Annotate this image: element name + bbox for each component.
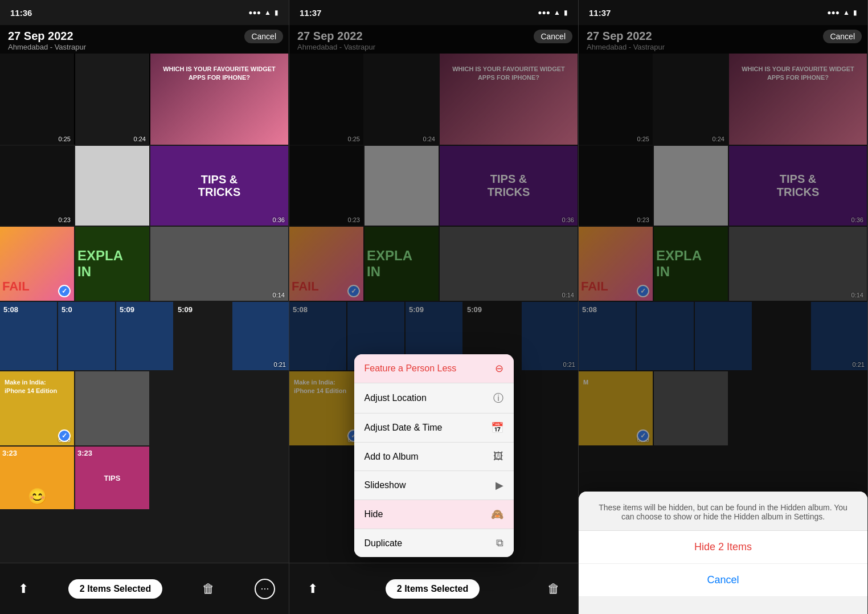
- cancel-button-2[interactable]: Cancel: [534, 30, 572, 43]
- grid-cell[interactable]: 5:09: [116, 302, 173, 370]
- bottom-toolbar-1: ⬆ 2 Items Selected 🗑 ···: [0, 563, 289, 614]
- photo-grid-1: 27 Sep 2022 Ahmedabad - Vastrapur Cancel…: [0, 25, 289, 614]
- status-icons-3: ●●● ▲ ▮: [827, 9, 857, 17]
- grid-row-3: FAIL EXPLAIN 0:14: [0, 227, 289, 301]
- context-menu: Feature a Person Less ⊖ Adjust Location …: [354, 354, 514, 557]
- wifi-icon-2: ▲: [554, 9, 560, 17]
- wifi-icon: ▲: [264, 9, 271, 17]
- grid-cell[interactable]: 5:0: [58, 302, 115, 370]
- grid-cell[interactable]: 0:25: [0, 54, 74, 145]
- battery-icon-3: ▮: [853, 9, 857, 17]
- grid-cell[interactable]: [75, 371, 149, 445]
- status-bar-1: 11:36 ●●● ▲ ▮: [0, 0, 289, 25]
- menu-item-slideshow[interactable]: Slideshow ▶: [354, 471, 514, 500]
- menu-item-icon-eye: 🙈: [491, 508, 503, 521]
- cell-duration: 0:25: [59, 136, 71, 142]
- grid-cell[interactable]: WHICH IS YOUR FAVOURITE WIDGET APPS FOR …: [150, 54, 288, 145]
- cell-text-emoji: 😊: [2, 487, 72, 506]
- grid-cell[interactable]: EXPLAIN: [75, 227, 149, 301]
- signal-icon: ●●●: [248, 9, 261, 17]
- menu-item-adjust-date[interactable]: Adjust Date & Time 📅: [354, 414, 514, 443]
- action-sheet: These items will be hidden, but can be f…: [579, 492, 867, 614]
- delete-button-2[interactable]: 🗑: [543, 577, 564, 601]
- grid-cell[interactable]: [150, 371, 288, 445]
- panel-2: 11:37 ●●● ▲ ▮ 27 Sep 2022 Ahmedabad - Va…: [289, 0, 579, 614]
- grid-row-4: 5:08 5:0 5:09 5:09 0:21: [0, 302, 289, 370]
- menu-item-label: Feature a Person Less: [365, 363, 457, 374]
- selected-label-2: 2 Items Selected: [386, 579, 480, 599]
- share-button-1[interactable]: ⬆: [14, 577, 33, 601]
- cell-duration: 0:14: [273, 292, 285, 298]
- cell-text-widget: WHICH IS YOUR FAVOURITE WIDGET APPS FOR …: [157, 65, 281, 83]
- status-bar-3: 11:37 ●●● ▲ ▮: [579, 0, 867, 25]
- grid-row-2: 0:23 TIPS &TRICKS 0:36: [0, 146, 289, 226]
- cancel-button-3[interactable]: Cancel: [823, 30, 862, 43]
- duration-label: 5:08: [3, 305, 18, 314]
- cell-duration: 0:36: [273, 216, 285, 223]
- grid-cell[interactable]: FAIL: [0, 227, 74, 301]
- status-bar-2: 11:37 ●●● ▲ ▮: [289, 0, 578, 25]
- menu-item-icon-duplicate: ⧉: [496, 537, 503, 549]
- cell-text-tips2: TIPS: [104, 474, 121, 482]
- duration-label: 3:23: [2, 449, 17, 457]
- grid-cell[interactable]: Make in India:iPhone 14 Edition 0:19: [0, 371, 74, 445]
- grid-cell[interactable]: 0:23: [0, 146, 74, 226]
- menu-item-label: Duplicate: [365, 538, 403, 548]
- status-time-2: 11:37: [300, 8, 321, 18]
- menu-item-duplicate[interactable]: Duplicate ⧉: [354, 529, 514, 557]
- grid-cell[interactable]: 0:21: [232, 302, 289, 370]
- menu-item-label: Slideshow: [365, 480, 406, 490]
- grid-cell[interactable]: 😊 3:23: [0, 447, 74, 509]
- more-button-1[interactable]: ···: [255, 579, 275, 599]
- grid-cell[interactable]: 0:24: [75, 54, 149, 145]
- menu-item-label: Adjust Date & Time: [365, 423, 443, 433]
- cell-duration: 0:21: [274, 361, 286, 368]
- hide-items-button[interactable]: Hide 2 Items: [579, 531, 867, 564]
- bottom-spacer: [579, 597, 867, 614]
- share-button-2[interactable]: ⬆: [303, 577, 322, 601]
- menu-item-label: Adjust Location: [365, 393, 427, 403]
- bottom-toolbar-2: ⬆ 2 Items Selected 🗑: [289, 563, 578, 614]
- action-cancel-button[interactable]: Cancel: [579, 564, 867, 597]
- menu-item-icon-album: 🖼: [493, 451, 503, 462]
- grid-cell[interactable]: [75, 146, 149, 226]
- check-circle: [58, 429, 71, 442]
- cell-text-tips: TIPS &TRICKS: [198, 173, 240, 198]
- cell-text-fail: FAIL: [2, 279, 30, 294]
- battery-icon-2: ▮: [564, 9, 568, 17]
- cancel-button-1[interactable]: Cancel: [244, 30, 283, 43]
- grid-cell[interactable]: TIPS 3:23: [75, 447, 149, 509]
- menu-item-icon-calendar: 📅: [491, 421, 503, 434]
- duration-label: 5:0: [62, 305, 72, 314]
- signal-icon-2: ●●●: [538, 9, 550, 17]
- panel-1: 11:36 ●●● ▲ ▮ 27 Sep 2022 Ahmedabad - Va…: [0, 0, 289, 614]
- grid-cell[interactable]: 0:14: [150, 227, 288, 301]
- check-circle: [58, 285, 71, 297]
- grid-cell[interactable]: [150, 447, 288, 509]
- menu-item-feature[interactable]: Feature a Person Less ⊖: [354, 354, 514, 383]
- status-time-3: 11:37: [589, 8, 611, 18]
- location-text-1: Ahmedabad - Vastrapur: [8, 43, 281, 51]
- menu-item-label: Add to Album: [365, 452, 419, 462]
- menu-item-add-album[interactable]: Add to Album 🖼: [354, 443, 514, 471]
- grid-row-5: Make in India:iPhone 14 Edition 0:19: [0, 371, 289, 445]
- grid-cell[interactable]: 5:09: [174, 302, 231, 370]
- date-text-1: 27 Sep 2022: [8, 30, 281, 43]
- menu-item-icon-minus: ⊖: [495, 362, 503, 375]
- panel-3: 11:37 ●●● ▲ ▮ 27 Sep 2022 Ahmedabad - Va…: [579, 0, 868, 614]
- action-sheet-info: These items will be hidden, but can be f…: [579, 492, 867, 531]
- menu-item-hide[interactable]: Hide 🙈: [354, 500, 514, 529]
- cell-duration: 0:24: [134, 136, 146, 142]
- cell-text-makeindia: Make in India:iPhone 14 Edition: [5, 378, 57, 396]
- selected-label-1: 2 Items Selected: [68, 579, 162, 599]
- grid-cell[interactable]: TIPS &TRICKS 0:36: [150, 146, 288, 226]
- menu-item-icon-location: ⓘ: [493, 391, 503, 405]
- signal-icon-3: ●●●: [827, 9, 840, 17]
- status-icons-1: ●●● ▲ ▮: [248, 9, 279, 17]
- menu-item-adjust-location[interactable]: Adjust Location ⓘ: [354, 383, 514, 414]
- wifi-icon-3: ▲: [843, 9, 850, 17]
- grid-cell[interactable]: 5:08: [0, 302, 57, 370]
- cell-text-explain: EXPLAIN: [77, 248, 123, 280]
- menu-item-label: Hide: [365, 509, 383, 519]
- delete-button-1[interactable]: 🗑: [198, 577, 219, 601]
